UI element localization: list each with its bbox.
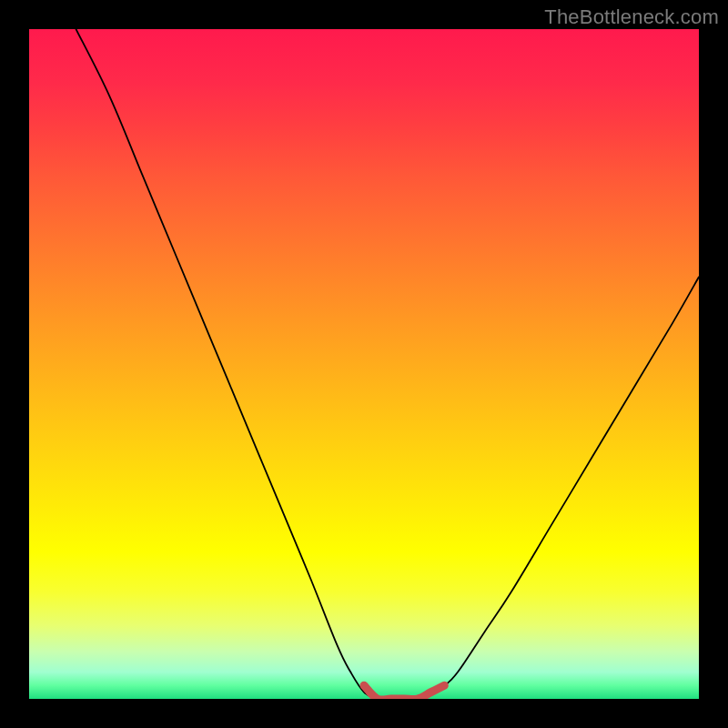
plot-area [29, 29, 699, 699]
watermark-text: TheBottleneck.com [544, 5, 719, 29]
bottleneck-curve [76, 29, 699, 699]
chart-container: TheBottleneck.com [0, 0, 728, 728]
optimal-range-marker [364, 685, 444, 699]
chart-svg [29, 29, 699, 699]
